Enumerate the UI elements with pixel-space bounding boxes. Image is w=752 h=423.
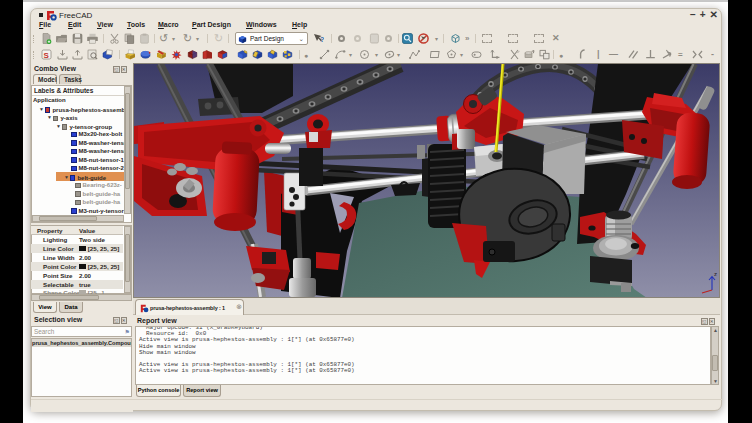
svg-text:z: z [714,271,717,277]
svg-text:S: S [44,51,50,60]
svg-text:?: ? [320,36,324,43]
